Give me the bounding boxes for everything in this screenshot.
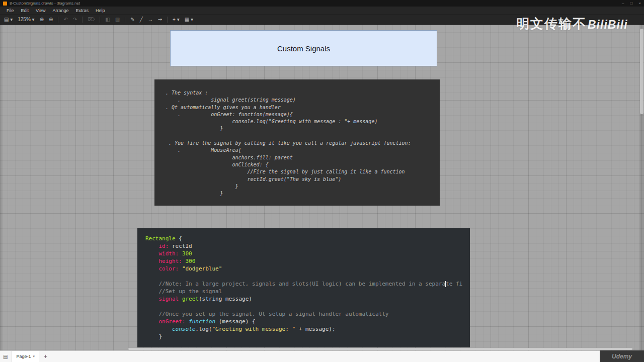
code-line: height: 300 (145, 257, 470, 265)
toolbar-pencil-button[interactable]: ✎ (130, 15, 134, 25)
toolbar-separator (100, 17, 100, 23)
code-token: { (176, 235, 182, 242)
toolbar-connection-arrow-button[interactable]: → (148, 15, 153, 25)
toolbar-undo-button[interactable]: ↶ (63, 15, 67, 25)
notes-line: onClicked: { (166, 161, 440, 168)
notes-line: rectId.greet("The sky is blue") (166, 176, 440, 183)
notes-line: console.log("Greeting with message : "+ … (166, 118, 440, 125)
code-token: .log( (195, 326, 212, 332)
toolbar-insert-button[interactable]: + ▾ (173, 15, 180, 25)
code-line: signal greet(string message) (145, 295, 470, 303)
statusbar: ▤ Page-1 ▾ + (0, 350, 644, 362)
code-token: Rectangle (145, 235, 176, 242)
shape-notes-syntax[interactable]: . The syntax : . signal greet(string mes… (154, 79, 440, 206)
code-line: id: rectId (145, 242, 470, 250)
code-line: color: "dodgerblue" (145, 265, 470, 273)
canvas-left-edge (0, 25, 3, 350)
diagram-canvas[interactable]: Custom Signals . The syntax : . signal g… (0, 25, 644, 350)
vertical-scrollbar-thumb[interactable] (640, 29, 643, 114)
code-token (145, 243, 159, 249)
code-token: signal (159, 296, 179, 302)
code-token (145, 250, 159, 257)
toolbar-shadow-button[interactable]: ▨ (115, 15, 120, 25)
pages-overview-icon[interactable]: ▤ (3, 354, 8, 359)
code-token: console (172, 326, 195, 332)
code-line: //Note: In a large project, signals and … (145, 280, 470, 288)
vertical-scrollbar[interactable] (639, 25, 644, 350)
toolbar-waypoint-style-button[interactable]: ⇝ (158, 15, 162, 25)
toolbar-fill-color-button[interactable]: ◧ (105, 15, 110, 25)
code-token (145, 311, 159, 317)
code-token: rectId (169, 243, 192, 249)
code-token: (string message) (199, 296, 252, 302)
code-token: function (189, 318, 215, 325)
notes-line: anchors.fill: parent (166, 154, 440, 161)
toolbar-separator (167, 17, 168, 23)
code-token (145, 296, 159, 302)
code-token: width: (159, 250, 179, 257)
code-token (145, 318, 159, 325)
notes-line: //Fire the signal by just calling it lik… (166, 168, 440, 175)
toolbar-zoom-out-button[interactable]: ⊖ (49, 15, 53, 25)
code-token (179, 265, 182, 272)
code-token: 300 (182, 250, 192, 257)
page-tab[interactable]: Page-1 ▾ (12, 351, 39, 362)
toolbar-table-button[interactable]: ▦ ▾ (185, 15, 193, 25)
code-line (145, 303, 470, 310)
toolbar-delete-button[interactable]: ⌦ (88, 15, 95, 25)
app-window: 8-CustomSignals.drawio - diagrams.net – … (0, 0, 644, 362)
code-token: te fi (446, 281, 462, 287)
add-page-button[interactable]: + (39, 353, 52, 360)
code-line: onGreet: function (message) { (145, 318, 470, 325)
code-token (145, 265, 159, 272)
menu-arrange[interactable]: Arrange (49, 7, 72, 15)
toolbar-zoom-in-button[interactable]: ⊕ (40, 15, 44, 25)
window-title: 8-CustomSignals.drawio - diagrams.net (10, 1, 80, 6)
code-token (145, 258, 159, 264)
minimize-button[interactable]: – (622, 0, 624, 7)
code-token (179, 250, 182, 257)
code-line: console.log("Greeting with message: " + … (145, 325, 470, 333)
titlebar: 8-CustomSignals.drawio - diagrams.net – … (0, 0, 644, 7)
notes-line: . The syntax : (166, 89, 440, 97)
page-tab-label: Page-1 (16, 354, 31, 359)
bilibili-logo: BiliBili (588, 18, 628, 32)
close-button[interactable]: × (638, 0, 641, 7)
toolbar-line-style-button[interactable]: ╱ (140, 15, 143, 25)
menu-help[interactable]: Help (92, 7, 109, 15)
code-token (179, 296, 182, 302)
udemy-watermark: Udemy (600, 350, 644, 362)
code-text: Rectangle { id: rectId width: 300 height… (145, 235, 470, 340)
notes-line (166, 133, 440, 140)
menu-file[interactable]: File (3, 7, 18, 15)
code-line: //Once you set up the signal, Qt setup a… (145, 310, 470, 318)
code-token: 300 (185, 258, 195, 264)
code-token: greet (182, 296, 199, 302)
notes-code-text: . The syntax : . signal greet(string mes… (166, 89, 440, 197)
horizontal-scrollbar[interactable] (0, 347, 639, 350)
code-token: id: (159, 243, 169, 249)
code-line: width: 300 (145, 250, 470, 257)
code-line: Rectangle { (145, 235, 470, 242)
maximize-button[interactable]: □ (630, 0, 632, 7)
toolbar-separator (58, 17, 58, 23)
notes-line: } (166, 125, 440, 132)
menu-edit[interactable]: Edit (18, 7, 33, 15)
toolbar-diagram-menu-button[interactable]: ▤ ▾ (4, 15, 13, 25)
shape-title-custom-signals[interactable]: Custom Signals (170, 30, 437, 66)
menu-extras[interactable]: Extras (72, 7, 92, 15)
notes-line: . onGreet: function(message){ (166, 111, 440, 118)
code-token: onGreet: (159, 318, 186, 325)
shape-qml-code[interactable]: Rectangle { id: rectId width: 300 height… (137, 228, 470, 347)
toolbar-zoom-dropdown-button[interactable]: 125% ▾ (18, 15, 34, 25)
toolbar-redo-button[interactable]: ↷ (73, 15, 77, 25)
notes-line: } (166, 190, 440, 197)
menu-view[interactable]: View (32, 7, 49, 15)
horizontal-scrollbar-thumb[interactable] (128, 348, 632, 350)
code-line: } (145, 333, 470, 340)
code-token: } (159, 333, 163, 340)
code-token: "Greeting with message: " (212, 326, 295, 332)
code-token: + message); (295, 326, 335, 332)
code-token: "dodgerblue" (182, 265, 222, 272)
code-token: (message) { (215, 318, 255, 325)
